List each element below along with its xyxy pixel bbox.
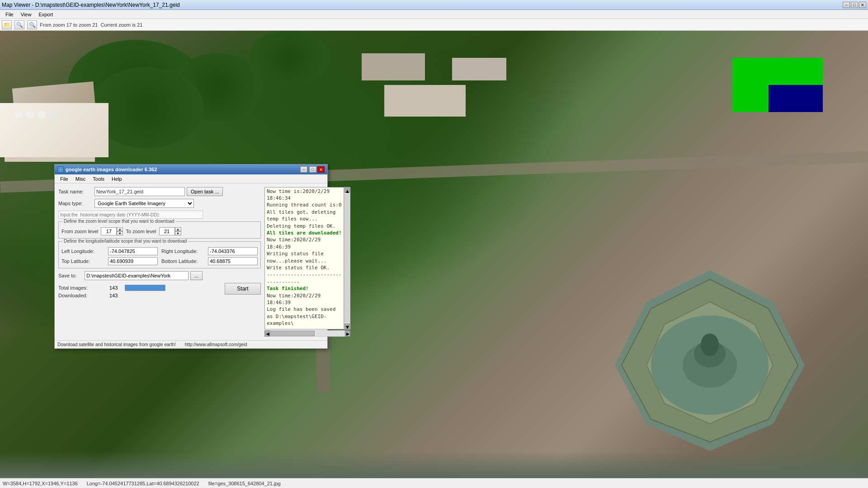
dialog-title-buttons: − □ ✕ <box>299 166 325 173</box>
save-to-row: Save to: ... <box>58 271 261 280</box>
dialog-menu-help[interactable]: Help <box>108 175 126 183</box>
maximize-button[interactable]: □ <box>851 2 858 8</box>
coordinates-group: Define the longitude/latitude scope that… <box>58 241 261 268</box>
dialog-menu-bar: File Misc Tools Help <box>55 174 327 183</box>
zoom-to-up-button[interactable]: ▲ <box>175 227 181 231</box>
bot-lat-input[interactable] <box>208 257 258 265</box>
task-name-label: Task name: <box>58 189 94 194</box>
right-lon-input[interactable] <box>208 247 258 255</box>
dialog-window: google earth images downloader 6.362 − □… <box>54 164 328 349</box>
lat-row: Top Latitude: Bottom Latitude: <box>61 257 258 265</box>
open-task-button[interactable]: Open task ... <box>187 187 223 196</box>
hscroll-right-button[interactable]: ► <box>345 330 350 337</box>
svg-point-6 <box>701 333 719 356</box>
total-images-label: Total images: <box>58 285 106 291</box>
log-scrollbar[interactable]: ▲ ▼ <box>344 187 350 329</box>
dialog-status-left: Download satellite and historical images… <box>57 342 176 347</box>
start-button[interactable]: Start <box>225 283 261 295</box>
downloaded-row: Downloaded: 143 <box>58 293 165 298</box>
maps-type-select[interactable]: Google Earth Satellite Imagery Google Ma… <box>94 199 194 208</box>
dialog-title-text: google earth images downloader 6.362 <box>66 167 157 172</box>
zoom-to-field-label: To zoom level <box>126 229 156 234</box>
dialog-title-bar[interactable]: google earth images downloader 6.362 − □… <box>55 164 327 174</box>
zoom-row: From zoom level ▲ ▼ To zoom level ▲ <box>61 227 258 235</box>
total-images-value: 143 <box>109 285 118 291</box>
zoom-to-control: ▲ ▼ <box>159 227 181 235</box>
status-coords: W=3584,H=1792,X=1946,Y=1136 <box>3 481 78 486</box>
progress-area: Total images: 143 Downloaded: 143 Start <box>58 283 261 300</box>
menu-export[interactable]: Export <box>35 11 57 18</box>
total-progress-fill <box>125 285 165 291</box>
task-name-row: Task name: Open task ... <box>58 187 261 196</box>
hscroll-thumb[interactable] <box>270 331 315 336</box>
status-lonlat: Long=-74.0452417731285,Lat=40.6894326210… <box>87 481 199 486</box>
umbrella-area <box>14 110 58 121</box>
fort-structure <box>597 266 823 455</box>
building <box>452 58 506 80</box>
dialog-menu-tools[interactable]: Tools <box>89 175 108 183</box>
zoom-from-field-label: From zoom level <box>61 229 98 234</box>
building <box>362 53 425 80</box>
historical-date-row <box>58 211 261 219</box>
zoom-from-control: ▲ ▼ <box>101 227 123 235</box>
dialog-close-button[interactable]: ✕ <box>317 166 325 173</box>
blue-color-block <box>769 85 823 112</box>
zoom-level-group: Define the zoom level scope that you wan… <box>58 221 261 239</box>
log-area[interactable]: T140 ges_308621_642806_21.jpg: OKT141 ge… <box>264 187 344 329</box>
dialog-maximize-button[interactable]: □ <box>309 166 316 173</box>
toolbar: 📁 🔍 🔍 From zoom 17 to zoom 21 Current zo… <box>0 19 868 31</box>
toolbar-zoom-out-icon[interactable]: 🔍 <box>27 20 37 29</box>
dialog-icon <box>57 166 64 173</box>
zoom-from-up-button[interactable]: ▲ <box>117 227 123 231</box>
left-lon-label: Left Longitude: <box>61 249 104 254</box>
bottom-edge <box>0 451 868 478</box>
zoom-group-title: Define the zoom level scope that you wan… <box>62 219 176 224</box>
zoom-from-down-button[interactable]: ▼ <box>117 231 123 235</box>
hscroll-left-button[interactable]: ◄ <box>264 330 270 337</box>
dialog-right-panel: T140 ges_308621_642806_21.jpg: OKT141 ge… <box>264 187 350 337</box>
menu-file[interactable]: File <box>2 11 17 18</box>
maps-type-row: Maps type: Google Earth Satellite Imager… <box>58 199 261 208</box>
dialog-title-left: google earth images downloader 6.362 <box>57 166 157 173</box>
coord-group-title: Define the longitude/latitude scope that… <box>62 239 188 244</box>
total-progress-bar <box>125 285 165 291</box>
dialog-status-bar: Download satellite and historical images… <box>55 340 327 348</box>
dialog-left-panel: Task name: Open task ... Maps type: Goog… <box>58 187 261 337</box>
log-hscroll-container: ◄ ► <box>264 330 350 337</box>
scroll-up-button[interactable]: ▲ <box>344 188 350 193</box>
zoom-to-input[interactable] <box>159 227 175 235</box>
zoom-to-spinner: ▲ ▼ <box>175 227 181 235</box>
scroll-down-button[interactable]: ▼ <box>344 324 350 329</box>
left-lon-input[interactable] <box>108 247 158 255</box>
browse-button[interactable]: ... <box>190 271 203 280</box>
toolbar-open-icon[interactable]: 📁 <box>2 20 12 29</box>
dialog-menu-file[interactable]: File <box>57 175 72 183</box>
right-lon-label: Right Longitude: <box>161 249 204 254</box>
scroll-track <box>344 194 350 323</box>
task-name-input[interactable] <box>94 187 185 196</box>
historical-date-input[interactable] <box>58 211 203 219</box>
bot-lat-label: Bottom Latitude: <box>161 258 204 264</box>
toolbar-zoom-in-icon[interactable]: 🔍 <box>14 20 24 29</box>
save-to-input[interactable] <box>85 271 189 280</box>
svg-point-8 <box>60 169 61 170</box>
zoom-to-down-button[interactable]: ▼ <box>175 231 181 235</box>
save-to-label: Save to: <box>58 273 85 278</box>
title-bar: Map Viewer - D:\mapstest\GEID-examples\N… <box>0 0 868 10</box>
lon-row: Left Longitude: Right Longitude: <box>61 247 258 255</box>
top-lat-input[interactable] <box>108 257 158 265</box>
zoom-from-input[interactable] <box>101 227 117 235</box>
building <box>384 85 466 117</box>
minimize-button[interactable]: − <box>843 2 850 8</box>
downloaded-value: 143 <box>109 293 118 298</box>
downloaded-label: Downloaded: <box>58 293 106 298</box>
close-button[interactable]: ✕ <box>859 2 866 8</box>
title-bar-buttons: − □ ✕ <box>843 2 866 8</box>
menu-view[interactable]: View <box>17 11 35 18</box>
dialog-content: Task name: Open task ... Maps type: Goog… <box>55 183 327 340</box>
hscroll-track <box>270 330 345 337</box>
dialog-minimize-button[interactable]: − <box>300 166 307 173</box>
dialog-menu-misc[interactable]: Misc <box>72 175 90 183</box>
title-bar-text: Map Viewer - D:\mapstest\GEID-examples\N… <box>2 2 180 8</box>
status-file: file=ges_308615_642804_21.jpg <box>208 481 281 486</box>
